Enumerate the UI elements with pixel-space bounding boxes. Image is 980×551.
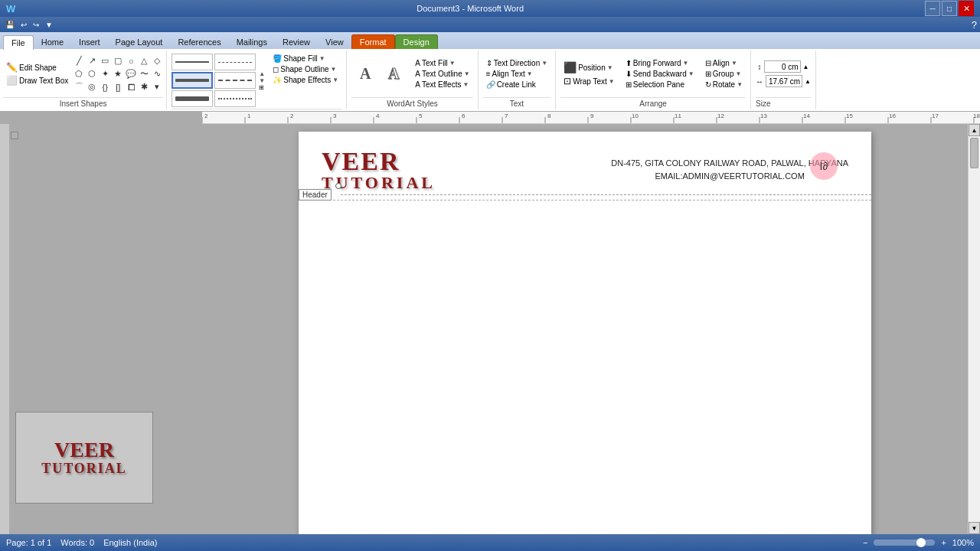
shape-star4[interactable]: ✦ [99, 68, 111, 80]
maximize-button[interactable]: □ [942, 1, 957, 16]
shape-outline-dropdown[interactable]: ▼ [331, 66, 337, 73]
shape-hexagon[interactable]: ⬡ [86, 68, 98, 80]
bring-forward-dropdown[interactable]: ▼ [683, 60, 689, 67]
shape-outline-button[interactable]: ◻ Shape Outline ▼ [270, 64, 341, 74]
wrap-text-dropdown[interactable]: ▼ [609, 78, 615, 85]
text-direction-dropdown[interactable]: ▼ [541, 60, 547, 67]
zoom-out-button[interactable]: − [863, 538, 867, 547]
line-style-4[interactable] [214, 54, 256, 70]
shape-donut[interactable]: ◎ [86, 81, 98, 93]
bring-forward-button[interactable]: ⬆ Bring Forward ▼ [622, 58, 697, 68]
tab-view[interactable]: View [318, 35, 351, 49]
customize-quick-button[interactable]: ▼ [43, 20, 55, 30]
minimize-button[interactable]: ─ [925, 1, 940, 16]
text-fill-button[interactable]: A Text Fill ▼ [412, 58, 472, 68]
tab-design[interactable]: Design [395, 34, 438, 49]
tab-review[interactable]: Review [275, 35, 318, 49]
shape-arrow-line[interactable]: ↗ [86, 55, 98, 67]
text-outline-button[interactable]: A Text Outline ▼ [412, 69, 472, 79]
tab-mailings[interactable]: Mailings [229, 35, 275, 49]
shape-effects-button[interactable]: ✨ Shape Effects ▼ [270, 75, 341, 85]
text-direction-button[interactable]: ⇕ Text Direction ▼ [483, 58, 551, 68]
shape-diamond[interactable]: ◇ [151, 55, 163, 67]
size-height-input[interactable] [764, 60, 801, 73]
edit-shape-button[interactable]: ✏️ Edit Shape [3, 61, 71, 73]
vertical-scrollbar[interactable]: ▲ ▼ [968, 124, 980, 534]
scroll-thumb[interactable] [970, 138, 978, 168]
scroll-down-button[interactable]: ▼ [969, 522, 980, 534]
shape-fill-button[interactable]: 🪣 Shape Fill ▼ [270, 54, 341, 64]
line-handle-left[interactable] [335, 183, 341, 189]
size-width-input[interactable] [766, 75, 802, 87]
shape-flowchart[interactable]: ⧠ [125, 81, 137, 93]
rotate-dropdown[interactable]: ▼ [737, 81, 743, 88]
line-style-6[interactable] [214, 90, 256, 107]
line-style-2-selected[interactable] [172, 72, 213, 89]
size-width-spinner-up[interactable]: ▲ [805, 78, 811, 85]
shape-callout[interactable]: 💬 [125, 68, 137, 80]
position-button[interactable]: ⬛ Position ▼ [560, 60, 618, 74]
size-height-spinner-up[interactable]: ▲ [803, 64, 809, 70]
wrap-text-button[interactable]: ⊡ Wrap Text ▼ [560, 75, 618, 87]
shape-line[interactable]: ╱ [73, 55, 85, 67]
text-effects-dropdown[interactable]: ▼ [462, 81, 469, 88]
text-outline-dropdown[interactable]: ▼ [464, 70, 470, 77]
zoom-in-button[interactable]: + [941, 538, 946, 547]
align-text-dropdown[interactable]: ▼ [527, 70, 533, 77]
shape-arc[interactable]: ⌒ [73, 81, 85, 93]
redo-quick-button[interactable]: ↪ [31, 20, 41, 30]
group-button[interactable]: ⊞ Group ▼ [702, 69, 746, 79]
shape-freeform[interactable]: ∿ [151, 68, 163, 80]
wordart-style-2[interactable]: A [380, 60, 407, 88]
shape-bracket[interactable]: [] [112, 81, 124, 93]
header-label: Header [299, 189, 332, 201]
align-text-button[interactable]: ≡ Align Text ▼ [483, 69, 536, 79]
tab-format[interactable]: Format [351, 34, 395, 49]
line-style-1[interactable] [172, 54, 213, 70]
group-dropdown[interactable]: ▼ [735, 70, 741, 77]
shape-round-rect[interactable]: ▢ [112, 55, 124, 67]
undo-quick-button[interactable]: ↩ [18, 20, 29, 30]
tab-file[interactable]: File [3, 35, 34, 50]
shape-rect[interactable]: ▭ [99, 55, 111, 67]
shape-styles-dialog[interactable]: ⊞ [259, 84, 265, 91]
wordart-style-1[interactable]: A [351, 60, 379, 88]
text-effects-button[interactable]: A Text Effects ▼ [412, 80, 472, 90]
tab-insert[interactable]: Insert [71, 35, 108, 49]
page-body[interactable] [299, 201, 871, 491]
shape-fill-dropdown[interactable]: ▼ [319, 55, 325, 62]
zoom-slider[interactable] [874, 540, 935, 546]
send-backward-dropdown[interactable]: ▼ [688, 70, 694, 77]
save-quick-button[interactable]: 💾 [3, 20, 17, 30]
line-style-5[interactable] [214, 72, 256, 89]
send-backward-button[interactable]: ⬇ Send Backward ▼ [622, 69, 697, 79]
position-dropdown[interactable]: ▼ [607, 64, 613, 71]
rotate-button[interactable]: ↻ Rotate ▼ [702, 80, 746, 90]
shape-effects-dropdown[interactable]: ▼ [332, 77, 338, 83]
shape-styles-collapse[interactable]: ▼ [259, 77, 265, 84]
help-icon[interactable]: ? [972, 19, 977, 31]
tab-page-layout[interactable]: Page Layout [108, 35, 171, 49]
shape-circle[interactable]: ○ [125, 55, 137, 67]
tab-home[interactable]: Home [34, 35, 71, 49]
text-fill-dropdown[interactable]: ▼ [449, 60, 456, 67]
tab-references[interactable]: References [170, 35, 228, 49]
shape-pentagon[interactable]: ⬠ [73, 68, 85, 80]
shape-bang[interactable]: ✱ [138, 81, 150, 93]
shape-triangle[interactable]: △ [138, 55, 150, 67]
line-style-3[interactable] [172, 90, 213, 107]
align-button[interactable]: ⊟ Align ▼ [702, 58, 746, 68]
shape-curve[interactable]: 〜 [138, 68, 150, 80]
shape-brace[interactable]: {} [99, 81, 111, 93]
page-area[interactable]: VEER TUTORIAL DN-475, GITA COLONY RAILWA… [202, 124, 968, 534]
draw-text-box-button[interactable]: ⬜ Draw Text Box [3, 74, 71, 86]
shape-star5[interactable]: ★ [112, 68, 124, 80]
shape-styles-expand[interactable]: ▲ [259, 70, 265, 77]
scroll-up-button[interactable]: ▲ [969, 124, 980, 136]
shape-more[interactable]: ▾ [151, 81, 163, 93]
svg-text:14: 14 [803, 112, 810, 119]
align-dropdown[interactable]: ▼ [731, 60, 737, 67]
close-button[interactable]: ✕ [959, 1, 974, 16]
selection-pane-button[interactable]: ⊞ Selection Pane [622, 80, 697, 90]
create-link-button[interactable]: 🔗 Create Link [483, 80, 539, 90]
